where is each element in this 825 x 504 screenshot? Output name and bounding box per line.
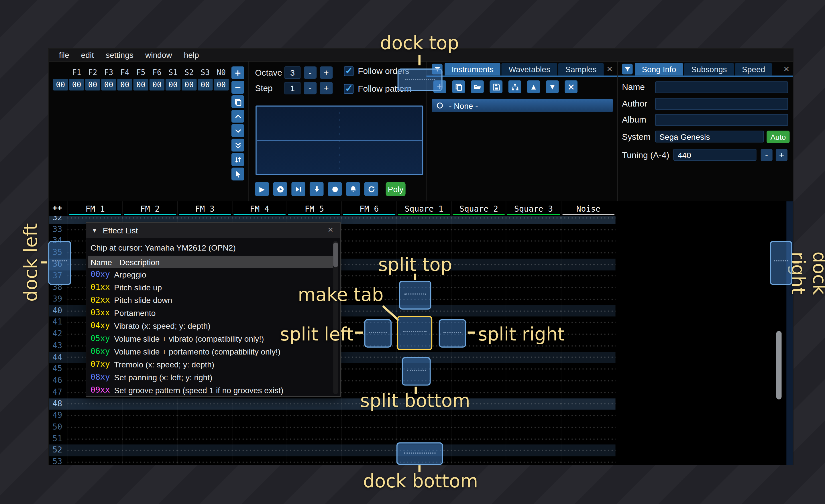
- pattern-cell[interactable]: [396, 270, 451, 282]
- move-instrument-down-button[interactable]: ▼: [546, 80, 559, 93]
- channel-header-fm-1[interactable]: FM 1: [68, 201, 122, 216]
- pattern-cell[interactable]: [177, 422, 232, 433]
- pattern-cell[interactable]: [560, 363, 615, 375]
- effect-list-scrollbar-thumb[interactable]: [333, 243, 338, 267]
- pattern-scrollbar-track[interactable]: [786, 201, 793, 465]
- instruments-close-button[interactable]: ×: [604, 64, 615, 74]
- effect-list-titlebar[interactable]: ▼ Effect List ×: [86, 223, 340, 238]
- pattern-cell[interactable]: [560, 317, 615, 328]
- pattern-cell[interactable]: [506, 305, 560, 317]
- duplicate-order-button[interactable]: [231, 95, 244, 108]
- pattern-cell[interactable]: [506, 456, 560, 465]
- pattern-cell[interactable]: [560, 293, 615, 305]
- pattern-cell[interactable]: [506, 352, 560, 363]
- channel-header-square-2[interactable]: Square 2: [451, 201, 506, 216]
- pattern-cell[interactable]: [396, 456, 451, 465]
- effect-row-05xy[interactable]: 05xyVolume slide + vibrato (compatibilit…: [88, 332, 333, 345]
- pattern-cell[interactable]: [506, 433, 560, 445]
- follow-orders-checkbox[interactable]: ✓: [344, 67, 354, 76]
- orders-current-row[interactable]: 0000000000000000000000: [53, 79, 229, 90]
- pattern-row-50[interactable]: 50: [49, 422, 616, 433]
- system-auto-button[interactable]: Auto: [766, 131, 790, 143]
- pattern-row-48[interactable]: 48: [49, 398, 616, 410]
- pattern-cell[interactable]: [506, 216, 560, 224]
- pattern-cell[interactable]: [451, 456, 506, 465]
- pattern-cell[interactable]: [122, 398, 177, 410]
- step-increase-button[interactable]: +: [320, 82, 332, 94]
- pattern-cell[interactable]: [342, 456, 396, 465]
- pattern-cell[interactable]: [122, 422, 177, 433]
- pattern-cell[interactable]: [506, 270, 560, 282]
- order-edit-mode-button[interactable]: [231, 168, 244, 180]
- pattern-cell[interactable]: [396, 259, 451, 270]
- pattern-cell[interactable]: [396, 375, 451, 387]
- pattern-cell[interactable]: [177, 456, 232, 465]
- pattern-cell[interactable]: [560, 259, 615, 270]
- step-decrease-button[interactable]: -: [304, 82, 316, 94]
- pattern-cell[interactable]: [451, 422, 506, 433]
- pattern-cell[interactable]: [396, 363, 451, 375]
- pattern-cell[interactable]: [451, 433, 506, 445]
- pattern-cell[interactable]: [342, 259, 396, 270]
- orders-cell-0[interactable]: 00: [69, 79, 84, 90]
- orders-row-index[interactable]: 00: [53, 79, 68, 90]
- channel-header-square-1[interactable]: Square 1: [396, 201, 451, 216]
- author-field[interactable]: [655, 98, 788, 110]
- pattern-cell[interactable]: [451, 363, 506, 375]
- pattern-cell[interactable]: [451, 293, 506, 305]
- pattern-cell[interactable]: [232, 445, 287, 456]
- pattern-cell[interactable]: [506, 328, 560, 340]
- effect-list-column-header[interactable]: Name Description: [88, 256, 333, 268]
- pattern-cell[interactable]: [396, 282, 451, 293]
- channel-header-fm-2[interactable]: FM 2: [122, 201, 177, 216]
- pattern-cell[interactable]: [122, 456, 177, 465]
- pattern-cell[interactable]: [396, 340, 451, 352]
- pattern-cell[interactable]: [342, 398, 396, 410]
- effect-row-02xx[interactable]: 02xxPitch slide down: [88, 293, 333, 307]
- pattern-cell[interactable]: [287, 398, 342, 410]
- pattern-cell[interactable]: [560, 387, 615, 398]
- pattern-cell[interactable]: [506, 398, 560, 410]
- pattern-cell[interactable]: [122, 433, 177, 445]
- pattern-cell[interactable]: [560, 328, 615, 340]
- tuning-increase-button[interactable]: +: [776, 149, 788, 161]
- pattern-row-52[interactable]: 52: [49, 445, 616, 456]
- pattern-cell[interactable]: [396, 317, 451, 328]
- pattern-cell[interactable]: [451, 235, 506, 247]
- add-instrument-button[interactable]: +: [433, 80, 446, 93]
- pattern-cell[interactable]: [560, 235, 615, 247]
- pattern-cell[interactable]: [396, 410, 451, 422]
- collapse-icon[interactable]: ▼: [92, 227, 97, 233]
- instruments-window-menu-button[interactable]: [432, 64, 442, 74]
- instruments-tab-samples[interactable]: Samples: [558, 63, 604, 76]
- pattern-cell[interactable]: [560, 282, 615, 293]
- pattern-cell[interactable]: [342, 328, 396, 340]
- pattern-cell[interactable]: [506, 293, 560, 305]
- octave-value[interactable]: 3: [285, 67, 300, 79]
- pattern-cell[interactable]: [560, 433, 615, 445]
- orders-cell-3[interactable]: 00: [118, 79, 132, 90]
- duplicate-instrument-button[interactable]: [452, 80, 465, 93]
- pattern-cell[interactable]: [68, 398, 122, 410]
- pattern-cell[interactable]: [506, 235, 560, 247]
- effect-list-scrollbar-track[interactable]: [333, 241, 338, 394]
- effect-row-03xx[interactable]: 03xxPortamento: [88, 307, 333, 319]
- pattern-cell[interactable]: [506, 247, 560, 259]
- instrument-folders-button[interactable]: [509, 80, 521, 93]
- channel-header-fm-5[interactable]: FM 5: [287, 201, 342, 216]
- pattern-cell[interactable]: [177, 433, 232, 445]
- orders-cell-7[interactable]: 00: [181, 79, 197, 90]
- pattern-cell[interactable]: [560, 224, 615, 235]
- pattern-cell[interactable]: [342, 352, 396, 363]
- pattern-cell[interactable]: [451, 328, 506, 340]
- orders-cell-8[interactable]: 00: [198, 79, 213, 90]
- orders-cell-6[interactable]: 00: [166, 79, 180, 90]
- pattern-cell[interactable]: [396, 224, 451, 235]
- pattern-cell[interactable]: [560, 445, 615, 456]
- pattern-cell[interactable]: [560, 305, 615, 317]
- pattern-cell[interactable]: [451, 398, 506, 410]
- pattern-cell[interactable]: [342, 375, 396, 387]
- pattern-cell[interactable]: [560, 247, 615, 259]
- songinfo-tab-subsongs[interactable]: Subsongs: [684, 63, 734, 76]
- pattern-cell[interactable]: [560, 398, 615, 410]
